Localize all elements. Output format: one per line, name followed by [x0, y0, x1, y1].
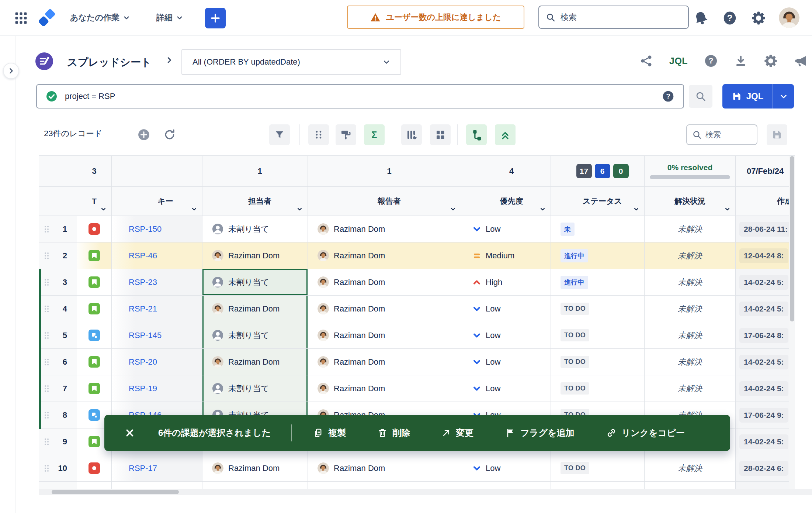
- cell-reporter[interactable]: Raziman Dom: [308, 375, 461, 402]
- cell-assignee[interactable]: Raziman Dom: [202, 296, 308, 322]
- cell-key[interactable]: RSP-145: [112, 322, 202, 348]
- cell-key[interactable]: [112, 482, 202, 489]
- view-selector[interactable]: All (ORDER BY updatedDate): [181, 49, 401, 75]
- cell-status[interactable]: TO DO: [551, 322, 645, 348]
- cell-reporter[interactable]: Raziman Dom: [308, 269, 461, 295]
- cell-num[interactable]: 3: [39, 269, 77, 295]
- cell-priority[interactable]: Low: [461, 322, 551, 348]
- close-icon[interactable]: [125, 428, 135, 438]
- hierarchy-button[interactable]: [466, 124, 487, 145]
- cell-type[interactable]: [77, 482, 112, 489]
- cell-status[interactable]: 未: [551, 216, 645, 242]
- cell-reporter[interactable]: Raziman Dom: [308, 242, 461, 269]
- aggregate-cell-status[interactable]: 1760: [551, 156, 645, 186]
- cell-num[interactable]: 5: [39, 322, 77, 348]
- cell-created[interactable]: 14-02-24 5:: [736, 428, 795, 455]
- cell-created[interactable]: 12-04-24 8:: [736, 242, 795, 269]
- selection-action-arrow-up-right[interactable]: 変更: [442, 427, 473, 439]
- nav-details[interactable]: 詳細: [156, 0, 183, 35]
- issue-key-link[interactable]: RSP-150: [129, 224, 162, 234]
- issue-key-link[interactable]: RSP-46: [129, 251, 157, 261]
- cell-created[interactable]: [736, 482, 795, 489]
- settings-gear-icon[interactable]: [750, 10, 767, 26]
- column-header-type[interactable]: T: [77, 187, 112, 216]
- share-icon[interactable]: [640, 54, 653, 68]
- cell-status[interactable]: TO DO: [551, 455, 645, 481]
- user-limit-warning[interactable]: ユーザー数の上限に達しました: [347, 6, 524, 29]
- aggregate-cell-created[interactable]: 07/Feb/24: [736, 156, 795, 186]
- add-record-button[interactable]: [133, 124, 154, 145]
- row-layout-button[interactable]: [308, 124, 329, 145]
- cell-resolution[interactable]: 未解決: [645, 296, 736, 322]
- cell-created[interactable]: 14-02-24 5:: [736, 349, 795, 375]
- column-settings-button[interactable]: [401, 124, 422, 145]
- cell-resolution[interactable]: 未解決: [645, 322, 736, 348]
- drag-handle-icon[interactable]: [44, 385, 49, 393]
- drag-handle-icon[interactable]: [44, 358, 49, 366]
- cell-key[interactable]: RSP-23: [112, 269, 202, 295]
- cell-reporter[interactable]: [308, 482, 461, 489]
- cell-status[interactable]: [551, 482, 645, 489]
- horizontal-scrollbar-thumb[interactable]: [52, 490, 179, 494]
- cell-priority[interactable]: [461, 482, 551, 489]
- cell-reporter[interactable]: Raziman Dom: [308, 296, 461, 322]
- column-header-reporter[interactable]: 報告者: [308, 187, 461, 216]
- cell-assignee[interactable]: Raziman Dom: [202, 455, 308, 481]
- cell-assignee[interactable]: 未割り当て: [202, 269, 308, 295]
- app-switcher-icon[interactable]: [14, 11, 28, 25]
- cell-resolution[interactable]: 未解決: [645, 269, 736, 295]
- cell-assignee[interactable]: [202, 482, 308, 489]
- cell-num[interactable]: 9: [39, 428, 77, 455]
- cell-num[interactable]: 8: [39, 402, 77, 428]
- cell-resolution[interactable]: 未解決: [645, 455, 736, 481]
- cell-status[interactable]: TO DO: [551, 375, 645, 402]
- cell-num[interactable]: [39, 482, 77, 489]
- cell-resolution[interactable]: 未解決: [645, 242, 736, 269]
- jql-search-button[interactable]: [689, 85, 712, 108]
- cell-resolution[interactable]: 未解決: [645, 349, 736, 375]
- cell-assignee[interactable]: Raziman Dom: [202, 349, 308, 375]
- cell-type[interactable]: [77, 296, 112, 322]
- issue-key-link[interactable]: RSP-19: [129, 384, 157, 393]
- notifications-bell-icon[interactable]: [693, 10, 709, 26]
- cell-priority[interactable]: Low: [461, 375, 551, 402]
- drag-handle-icon[interactable]: [44, 252, 49, 260]
- jql-query-input[interactable]: project = RSP ?: [36, 84, 684, 109]
- cell-num[interactable]: 6: [39, 349, 77, 375]
- cell-status[interactable]: TO DO: [551, 296, 645, 322]
- selection-action-link[interactable]: リンクをコピー: [606, 427, 685, 439]
- status-badge[interactable]: 未: [561, 223, 575, 236]
- issue-key-link[interactable]: RSP-20: [129, 357, 157, 367]
- status-badge[interactable]: 進行中: [561, 276, 588, 289]
- user-avatar[interactable]: [779, 7, 799, 28]
- cell-num[interactable]: 10: [39, 455, 77, 481]
- aggregate-cell-reporter[interactable]: 1: [308, 156, 461, 186]
- cell-resolution[interactable]: 未解決: [645, 216, 736, 242]
- aggregate-cell-type[interactable]: 3: [77, 156, 112, 186]
- nav-your-work[interactable]: あなたの作業: [70, 0, 130, 35]
- cell-reporter[interactable]: Raziman Dom: [308, 349, 461, 375]
- announcement-icon[interactable]: [794, 54, 808, 68]
- cell-created[interactable]: 14-02-24 5:: [736, 269, 795, 295]
- issue-key-link[interactable]: RSP-21: [129, 304, 157, 314]
- drag-handle-icon[interactable]: [44, 278, 49, 286]
- cell-reporter[interactable]: Raziman Dom: [308, 455, 461, 481]
- cell-key[interactable]: RSP-21: [112, 296, 202, 322]
- aggregate-cell-num[interactable]: [39, 156, 77, 186]
- format-painter-button[interactable]: [336, 124, 356, 145]
- cell-num[interactable]: 4: [39, 296, 77, 322]
- cell-created[interactable]: 28-02-24 6:: [736, 455, 795, 481]
- drag-handle-icon[interactable]: [44, 438, 49, 446]
- column-header-created[interactable]: 作成日: [736, 187, 795, 216]
- cell-reporter[interactable]: Raziman Dom: [308, 322, 461, 348]
- column-header-num[interactable]: [39, 187, 77, 216]
- cell-key[interactable]: RSP-46: [112, 242, 202, 269]
- cell-type[interactable]: [77, 269, 112, 295]
- cell-created[interactable]: 14-02-24 5:: [736, 375, 795, 402]
- drag-handle-icon[interactable]: [44, 464, 49, 472]
- cell-resolution[interactable]: 未解決: [645, 375, 736, 402]
- sum-button[interactable]: Σ: [364, 124, 385, 145]
- cell-key[interactable]: RSP-19: [112, 375, 202, 402]
- cell-type[interactable]: [77, 242, 112, 269]
- jql-save-button[interactable]: JQL: [722, 84, 794, 109]
